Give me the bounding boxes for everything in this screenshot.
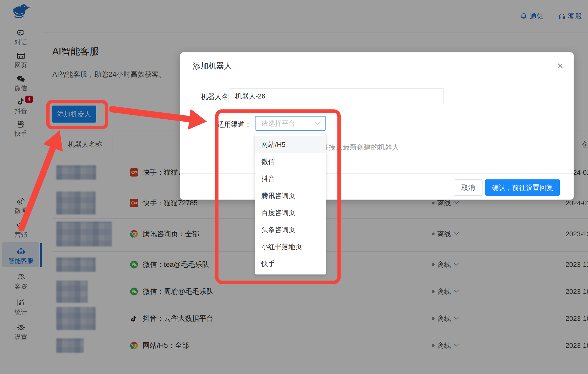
chevron-down-icon — [314, 121, 321, 126]
platform-select-placeholder: 请选择平台 — [261, 119, 295, 128]
dropdown-option[interactable]: 快手 — [255, 255, 326, 272]
dropdown-option[interactable]: 小红书落地页 — [255, 238, 326, 255]
modal-divider-bottom — [180, 173, 574, 174]
channel-label: 适用渠道： — [217, 120, 251, 129]
cancel-button[interactable]: 取消 — [454, 179, 482, 196]
confirm-button[interactable]: 确认，前往设置回复 — [485, 179, 560, 196]
dropdown-option[interactable]: 腾讯咨询页 — [255, 187, 326, 204]
dropdown-option[interactable]: 网站/H5 — [255, 136, 326, 153]
robot-name-input[interactable] — [229, 88, 444, 104]
dropdown-option[interactable]: 头条咨询页 — [255, 221, 326, 238]
dropdown-option[interactable]: 抖音 — [255, 170, 326, 187]
modal-title: 添加机器人 — [193, 61, 232, 72]
close-icon[interactable]: ✕ — [554, 60, 566, 72]
dropdown-option[interactable]: 百度咨询页 — [255, 204, 326, 221]
platform-select[interactable]: 请选择平台 — [255, 116, 326, 131]
modal-divider-top — [180, 80, 574, 80]
dropdown-option[interactable]: 微信 — [255, 153, 326, 170]
channel-hint-text: 将接入最新创建的机器人 — [321, 142, 399, 152]
app-screen: 通知 客服 AI智能客服 AI智能客服，助您24小时高效获客。 添加机器人 机器… — [0, 0, 588, 374]
platform-dropdown: 网站/H5微信抖音腾讯咨询页百度咨询页头条咨询页小红书落地页快手 — [255, 134, 326, 274]
add-robot-modal: 添加机器人 ✕ 机器人名称： 适用渠道： 请选择平台 将接入最新创建的机器人 取… — [180, 52, 574, 200]
